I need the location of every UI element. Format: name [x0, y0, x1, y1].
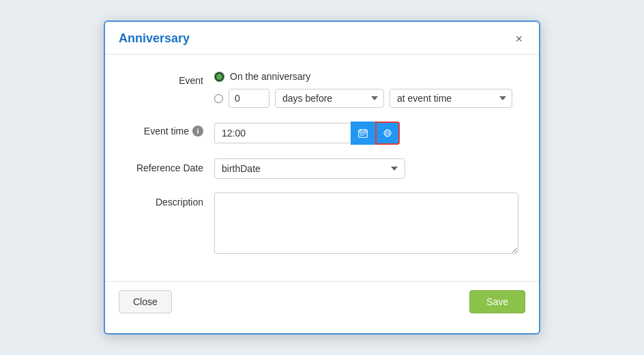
on-anniversary-label: On the anniversary — [230, 71, 310, 82]
event-time-label: Event time i — [126, 122, 214, 137]
modal-body: Event On the anniversary days before — [105, 55, 539, 281]
timezone-button[interactable] — [375, 122, 400, 145]
on-anniversary-option: On the anniversary — [214, 71, 518, 82]
modal-footer: Close Save — [105, 281, 539, 322]
event-time-row: Event time i — [126, 122, 518, 145]
time-row — [214, 122, 518, 145]
svg-rect-4 — [360, 133, 362, 134]
calendar-icon — [358, 127, 368, 139]
modal-header: Anniversary × — [105, 22, 539, 55]
period-select[interactable]: days before weeks before months before — [275, 89, 384, 108]
reference-date-row: Reference Date birthDate anniversaryDate… — [126, 158, 518, 179]
event-time-controls — [214, 122, 518, 145]
modal-title: Anniversary — [119, 31, 190, 46]
event-label: Event — [126, 71, 214, 86]
description-row: Description — [126, 193, 518, 254]
event-time-info-icon[interactable]: i — [192, 126, 203, 137]
event-row: Event On the anniversary days before — [126, 71, 518, 108]
description-controls — [214, 193, 518, 254]
reference-date-select[interactable]: birthDate anniversaryDate customDate — [214, 158, 405, 179]
close-button[interactable]: Close — [119, 290, 172, 313]
time-select[interactable]: at event time at midnight — [390, 89, 512, 108]
event-controls: On the anniversary days before weeks bef… — [214, 71, 518, 108]
svg-rect-8 — [362, 134, 364, 136]
svg-rect-5 — [362, 133, 364, 134]
svg-rect-6 — [364, 133, 366, 134]
modal-close-button[interactable]: × — [512, 33, 525, 45]
on-anniversary-radio[interactable] — [214, 72, 224, 82]
time-input[interactable] — [214, 123, 351, 143]
reference-date-controls: birthDate anniversaryDate customDate — [214, 158, 518, 179]
custom-offset-row: days before weeks before months before a… — [214, 89, 518, 108]
description-textarea[interactable] — [214, 193, 518, 254]
calendar-button[interactable] — [351, 122, 375, 145]
globe-icon — [383, 127, 392, 139]
custom-offset-radio[interactable] — [214, 94, 223, 103]
offset-number-input[interactable] — [229, 89, 269, 108]
modal-overlay: Anniversary × Event On the anniversary — [0, 0, 644, 355]
description-label: Description — [126, 193, 214, 208]
svg-rect-7 — [360, 134, 362, 136]
anniversary-modal: Anniversary × Event On the anniversary — [104, 20, 540, 335]
reference-date-label: Reference Date — [126, 158, 214, 173]
save-button[interactable]: Save — [469, 290, 525, 313]
